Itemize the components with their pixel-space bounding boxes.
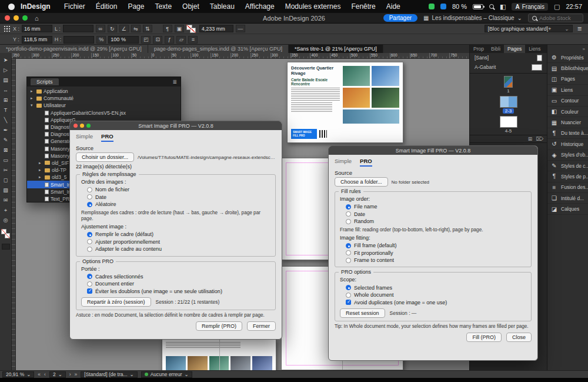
effects-icon[interactable]: ƒ bbox=[165, 36, 174, 44]
radio-option[interactable]: File name bbox=[340, 203, 526, 211]
tool-button[interactable]: ▧ bbox=[1, 185, 11, 195]
tool-button[interactable]: T bbox=[1, 105, 11, 115]
panel-tab[interactable]: Pages bbox=[504, 45, 525, 53]
previous-page-button[interactable]: ‹ bbox=[44, 371, 46, 377]
zoom-window-button[interactable] bbox=[22, 15, 28, 21]
choose-folder-button[interactable]: Choose a folder... bbox=[335, 177, 388, 187]
scale-field[interactable] bbox=[108, 36, 139, 44]
tool-button[interactable]: ⌖ bbox=[1, 205, 11, 215]
scripts-tab[interactable]: Scripts bbox=[31, 78, 59, 85]
reset-session-button[interactable]: Repartir à zéro (session) bbox=[81, 297, 151, 307]
reset-session-button[interactable]: Reset session bbox=[340, 308, 385, 318]
menubar-clock[interactable]: 22:57 bbox=[566, 3, 582, 10]
dock-panel-item[interactable]: ≡ Fusion des... bbox=[547, 182, 588, 193]
script-tree-row[interactable]: AppliquerGabaritClonesV5-EN.jsx bbox=[27, 109, 181, 117]
radio-option[interactable]: Random bbox=[340, 218, 526, 225]
height-field[interactable] bbox=[64, 36, 94, 44]
share-button[interactable]: Partager bbox=[383, 14, 417, 22]
home-icon[interactable]: ⌂ bbox=[35, 15, 39, 22]
close-button[interactable]: Close bbox=[506, 333, 532, 342]
reference-point-selector[interactable] bbox=[4, 25, 11, 32]
radio-option[interactable]: Frame to content bbox=[340, 257, 526, 264]
radio-option[interactable]: Date bbox=[81, 194, 270, 201]
avoid-duplicates-checkbox[interactable]: Avoid duplicates (one image = one use) bbox=[340, 298, 526, 306]
input-language-menu[interactable]: A Français bbox=[512, 3, 548, 11]
minimize-dialog-button[interactable] bbox=[80, 124, 84, 128]
workspace-switcher[interactable]: ▦ Les indispensables – Classique ⌄ bbox=[423, 15, 522, 21]
fill-pro-button[interactable]: Remplir (PRO) bbox=[196, 321, 242, 331]
close-dialog-button[interactable] bbox=[74, 124, 78, 128]
dock-panel-item[interactable]: ◈ Styles d'ob... bbox=[547, 150, 588, 161]
script-tree-row[interactable]: Communauté bbox=[27, 95, 181, 102]
tool-button[interactable]: ▷ bbox=[1, 65, 11, 75]
dock-panel-item[interactable]: ◫ Pages bbox=[547, 74, 588, 85]
stock-search-input[interactable] bbox=[539, 15, 579, 21]
tab-pro[interactable]: PRO bbox=[101, 133, 113, 142]
dialog-titlebar[interactable]: Smart Image Fill PRO — V2.0.8 bbox=[70, 121, 282, 130]
tool-button[interactable]: ⊠ bbox=[1, 145, 11, 155]
align-icon[interactable]: ≡ bbox=[188, 36, 198, 44]
collapse-panels-icon[interactable]: » bbox=[583, 46, 585, 52]
fill-pro-button[interactable]: Fill (PRO) bbox=[466, 333, 502, 342]
dock-panel-item[interactable]: ▣ Liens bbox=[547, 85, 588, 95]
panel-tab[interactable]: Bibli bbox=[487, 45, 504, 53]
shear-angle-icon[interactable]: ∠ bbox=[119, 25, 129, 32]
disclosure-triangle-icon[interactable] bbox=[31, 89, 35, 94]
object-style-dropdown[interactable]: [Bloc graphique standard]+ ⌄ bbox=[485, 25, 573, 32]
text-wrap-icon[interactable]: ¶ bbox=[163, 25, 172, 32]
display-icon[interactable]: ▢ bbox=[554, 3, 560, 11]
y-position-field[interactable] bbox=[22, 36, 52, 44]
page-item[interactable]: 2-3 bbox=[470, 95, 547, 115]
tool-button[interactable]: ◻ bbox=[1, 175, 11, 185]
disclosure-triangle-icon[interactable] bbox=[39, 175, 43, 180]
tool-button[interactable]: ▤ bbox=[1, 75, 11, 85]
spotlight-search-icon[interactable] bbox=[489, 4, 494, 9]
dock-panel-item[interactable]: ↺ Historique bbox=[547, 139, 588, 150]
panel-menu-icon[interactable]: ≣ bbox=[172, 79, 177, 85]
select-content-icon[interactable]: ⊡ bbox=[153, 36, 162, 44]
select-container-icon[interactable]: ◰ bbox=[141, 36, 151, 44]
tool-button[interactable]: ✎ bbox=[1, 135, 11, 145]
menu-item[interactable]: Page bbox=[122, 2, 149, 11]
screen-record-icon[interactable] bbox=[429, 4, 435, 9]
x-position-field[interactable] bbox=[22, 25, 52, 32]
tool-button[interactable]: ✉ bbox=[1, 195, 11, 205]
tab-simple[interactable]: Simple bbox=[76, 133, 93, 142]
width-field[interactable] bbox=[63, 25, 93, 32]
frame-fitting-icon[interactable]: ▣ bbox=[175, 25, 184, 32]
radio-option[interactable]: Cadres sélectionnés bbox=[81, 273, 270, 281]
menu-item[interactable]: Fenêtre bbox=[346, 2, 380, 11]
document-tab[interactable]: *portfolio-demo-pageenvisavis.indd @ 29%… bbox=[0, 45, 148, 53]
zoom-level-dropdown[interactable]: 20,91 % ⌄ bbox=[2, 371, 34, 378]
delete-page-icon[interactable]: ⌦ bbox=[536, 136, 543, 142]
radio-option[interactable]: Selected frames bbox=[340, 284, 526, 291]
menu-item[interactable]: Modules externes bbox=[280, 2, 346, 11]
script-tree-row[interactable]: Utilisateur bbox=[27, 102, 181, 109]
disclosure-triangle-icon[interactable] bbox=[31, 96, 35, 101]
master-page-row[interactable]: A-Gabarit bbox=[470, 62, 547, 72]
menu-item[interactable]: Texte bbox=[149, 2, 177, 11]
drop-shadow-icon[interactable]: ▱ bbox=[176, 36, 186, 44]
rotate-icon[interactable]: ↻ bbox=[108, 25, 117, 32]
document-page-promo[interactable]: Découverte Quartier Rivage Carte Balade … bbox=[287, 62, 403, 143]
dock-panel-item[interactable]: ▦ Nuancier bbox=[547, 117, 588, 128]
tab-pro[interactable]: PRO bbox=[360, 158, 372, 167]
page-item[interactable]: 4-5 bbox=[470, 115, 547, 135]
disclosure-triangle-icon[interactable] bbox=[39, 161, 43, 165]
screen-mode-button[interactable] bbox=[2, 244, 10, 250]
minimize-window-button[interactable] bbox=[14, 15, 19, 21]
dock-panel-item[interactable]: ✎ Styles de c... bbox=[547, 161, 588, 171]
fill-stroke-swatches[interactable] bbox=[186, 25, 197, 33]
app-menu[interactable]: InDesign bbox=[21, 2, 51, 11]
close-button[interactable]: Fermer bbox=[247, 321, 276, 331]
zoom-dialog-button[interactable] bbox=[86, 124, 91, 128]
control-center-icon[interactable]: ◧ bbox=[500, 3, 506, 11]
stock-search[interactable] bbox=[528, 14, 583, 22]
tool-button[interactable]: ▭ bbox=[1, 155, 11, 165]
radio-option[interactable]: Date bbox=[340, 211, 526, 218]
dock-panel-item[interactable]: ◧ Couleur bbox=[547, 107, 588, 117]
preflight-status[interactable]: Aucune erreur ⌄ bbox=[141, 371, 192, 378]
radio-option[interactable]: Fill frame (default) bbox=[340, 242, 526, 250]
app-indicator-icon[interactable] bbox=[440, 4, 446, 9]
dock-panel-item[interactable]: ⚙ Propriétés bbox=[547, 52, 588, 63]
